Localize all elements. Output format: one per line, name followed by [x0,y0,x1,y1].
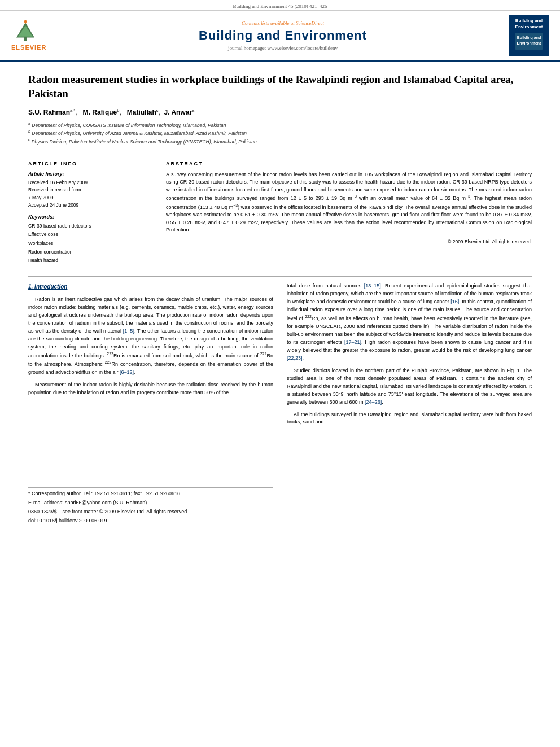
affiliation-a: a Department of Physics, COMSATS Institu… [28,121,532,129]
keyword-3: Workplaces [28,239,143,248]
author-1-sup: a,* [70,108,75,113]
article-info-label: ARTICLE INFO [28,161,143,167]
sciencedirect-name: ScienceDirect [296,20,324,26]
body-para-2: Measurement of the indoor radon is highl… [28,381,273,397]
abstract-text: A survey concerning measurement of the i… [166,171,532,234]
keyword-5: Health hazard [28,256,143,265]
divider-1 [28,155,532,155]
body-para-1: Radon is an inert radioactive gas which … [28,296,273,377]
journal-logo-icon: Building and Environment [512,30,546,53]
affiliation-c: c Physics Division, Pakistan Institute o… [28,137,532,146]
svg-point-3 [24,20,27,24]
article-info-column: ARTICLE INFO Article history: Received 1… [28,161,152,265]
ref-22-23: [22,23] [287,355,303,361]
journal-header-center: Contents lists available at ScienceDirec… [56,20,509,51]
journal-homepage: journal homepage: www.elsevier.com/locat… [56,45,509,51]
body-column-2: total dose from natural sources [13–15].… [287,282,532,526]
ref-17-21: [17–21] [344,339,361,345]
copyright: © 2009 Elsevier Ltd. All rights reserved… [166,239,532,244]
ref-13-15: [13–15] [364,283,381,289]
author-4: J. Anwar [164,108,193,116]
svg-text:Environment: Environment [517,41,541,45]
author-3: Matiullah [127,108,156,116]
footnote-email: E-mail address: snori66@yahoo.com (S.U. … [28,499,273,507]
received-revised-date: 7 May 2009 [28,194,143,202]
journal-citation: Building and Environment 45 (2010) 421–4… [233,3,327,9]
author-2-sup: b [117,108,119,113]
received-date: Received 16 February 2009 [28,179,143,187]
body-columns: 1. Introduction Radon is an inert radioa… [28,282,532,526]
footnote-doi: doi:10.1016/j.buildenv.2009.06.019 [28,517,273,525]
body-para-3: total dose from natural sources [13–15].… [287,282,532,362]
divider-2 [28,276,532,277]
elsevier-tree-icon [11,20,40,43]
accepted-date: Accepted 24 June 2009 [28,202,143,209]
keyword-2: Effective dose [28,230,143,239]
ref-24-26: [24–26] [365,399,382,405]
keywords-list: CR-39 based radon detectors Effective do… [28,222,143,265]
keywords-label: Keywords: [28,214,143,220]
footnote-area: * Corresponding author. Tel.: +92 51 926… [28,487,273,525]
svg-text:Building and: Building and [517,36,541,40]
journal-logo-right: Building andEnvironment Building and Env… [509,15,549,56]
abstract-label: ABSTRACT [166,161,532,167]
main-content: Radon measurement studies in workplace b… [0,62,560,537]
elsevier-logo: ELSEVIER [11,20,56,51]
body-para-4: Studied districts located in the norther… [287,367,532,407]
authors-line: S.U. Rahmana,*, M. Rafiqueb, Matiullahc,… [28,108,532,116]
sciencedirect-link[interactable]: Contents lists available at ScienceDirec… [56,20,509,26]
journal-title: Building and Environment [56,28,509,43]
ref-16: [16] [450,299,459,304]
abstract-column: ABSTRACT A survey concerning measurement… [166,161,532,265]
section-1-heading-text: 1. Introduction [28,283,67,290]
author-3-sup: c [156,108,159,113]
ref-1-5: [1–5] [123,328,134,334]
footnote-corresponding: * Corresponding author. Tel.: +92 51 926… [28,490,273,498]
body-para-5: All the buildings surveyed in the Rawalp… [287,411,532,427]
footnote-issn: 0360-1323/$ – see front matter © 2009 El… [28,508,273,516]
article-title: Radon measurement studies in workplace b… [28,73,532,101]
body-column-1: 1. Introduction Radon is an inert radioa… [28,282,273,526]
section-1-heading: 1. Introduction [28,282,273,291]
author-4-sup: a [192,108,194,113]
author-2: M. Rafique [83,108,117,116]
affiliation-b: b Department of Physics, University of A… [28,129,532,137]
author-1: S.U. Rahman [28,108,70,116]
elsevier-wordmark: ELSEVIER [11,44,56,51]
top-bar: Building and Environment 45 (2010) 421–4… [0,0,560,11]
journal-header: ELSEVIER Contents lists available at Sci… [0,11,560,62]
affiliations: a Department of Physics, COMSATS Institu… [28,121,532,146]
ref-6-12: [6–12] [120,369,134,375]
article-info-abstract: ARTICLE INFO Article history: Received 1… [28,161,532,265]
history-label: Article history: [28,171,143,177]
keyword-1: CR-39 based radon detectors [28,222,143,230]
keyword-4: Radon concentration [28,248,143,256]
received-revised-label: Received in revised form [28,186,143,194]
history-text: Received 16 February 2009 Received in re… [28,179,143,209]
